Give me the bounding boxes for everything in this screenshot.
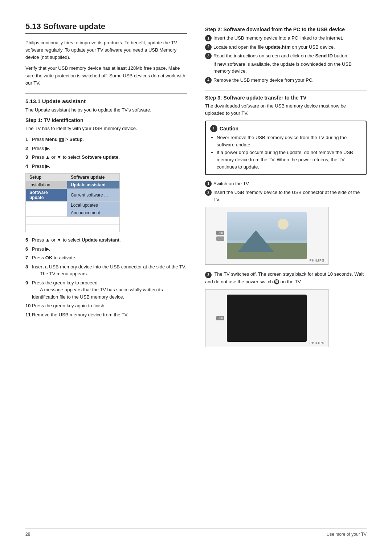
table-header-row: Setup Software update <box>26 174 120 181</box>
circle-num: 2 <box>205 189 212 196</box>
list-num: 2 <box>25 145 32 152</box>
table-row <box>26 224 120 232</box>
list-item: 3 Read the instructions on screen and cl… <box>205 52 367 75</box>
divider-1 <box>25 93 187 94</box>
table-cell: Local updates <box>67 202 119 209</box>
list-item: 4 Remove the USB memory device from your… <box>205 77 367 84</box>
table-cell: Software update <box>67 174 119 181</box>
philips-brand-label-2: PHILIPS <box>309 341 324 345</box>
list-num: 9 <box>25 279 32 287</box>
table-cell <box>67 224 119 232</box>
tv-image-1: USB ▶ PHILIPS <box>205 207 328 265</box>
section-title: 5.13 Software update <box>25 22 187 34</box>
list-num: 8 <box>25 263 32 271</box>
list-item: 4 Press ▶. <box>25 163 187 170</box>
list-item: 2 Insert the USB memory device to the US… <box>205 189 367 203</box>
list-item: 9 Press the green key to proceed. A mess… <box>25 279 187 301</box>
page-number: 28 <box>25 532 30 537</box>
scene-mountain <box>238 230 274 252</box>
step1-text: The TV has to identify with your USB mem… <box>25 125 187 132</box>
step2-list: 1 Insert the USB memory device into a PC… <box>205 35 367 84</box>
list-item: 3 Press ▲ or ▼ to select Software update… <box>25 154 187 161</box>
footer-text: Use more of your TV <box>327 532 367 537</box>
caution-title: ! Caution <box>210 125 362 132</box>
divider-right-2 <box>205 90 367 90</box>
step3-title: Step 3: Software update transfer to the … <box>205 95 367 101</box>
step1-list2: 5 Press ▲ or ▼ to select Update assistan… <box>25 236 187 318</box>
caution-icon: ! <box>210 125 217 132</box>
menu-table: Setup Software update Installation Updat… <box>25 173 120 232</box>
list-item: 1 Insert the USB memory device into a PC… <box>205 35 367 42</box>
step3-list: 1 Switch on the TV. 2 Insert the USB mem… <box>205 180 367 203</box>
divider-right-1 <box>205 22 367 22</box>
list-item: 2 Press ▶. <box>25 145 187 152</box>
table-cell: Installation <box>26 181 67 189</box>
table-cell <box>26 217 67 224</box>
table-cell: Announcement <box>67 209 119 217</box>
list-num: 3 <box>25 154 32 161</box>
circle-num: 2 <box>205 44 212 50</box>
list-num: 1 <box>25 136 32 143</box>
caution-list: Never remove the USB memory device from … <box>210 134 362 171</box>
step2-title: Step 2: Software download from the PC to… <box>205 27 367 32</box>
table-row: Announcement <box>26 209 120 217</box>
list-item: 11 Remove the USB memory device from the… <box>25 311 187 319</box>
sub-section-title: 5.13.1 Update assistant <box>25 98 187 104</box>
philips-brand-label: PHILIPS <box>309 259 324 262</box>
step1-title: Step 1: TV identification <box>25 117 187 123</box>
table-cell: Current software ... <box>67 189 119 202</box>
page: 5.13 Software update Philips continually… <box>0 0 392 555</box>
left-column: 5.13 Software update Philips continually… <box>25 22 187 353</box>
circle-num: 3 <box>205 53 212 59</box>
table-cell <box>67 217 119 224</box>
tv-screen <box>227 212 307 259</box>
list-item: 1 Switch on the TV. <box>205 180 367 187</box>
table-cell <box>26 224 67 232</box>
table-cell: Setup <box>26 174 67 181</box>
table-row: Installation Update assistant <box>26 181 120 189</box>
caution-item: Never remove the USB memory device from … <box>217 134 362 149</box>
sub-section-text: The Update assistant helps you to update… <box>25 106 187 114</box>
circle-num: 3 <box>205 272 212 278</box>
list-item: 10 Press the green key again to finish. <box>25 302 187 309</box>
table-row <box>26 217 120 224</box>
list-item: 7 Press OK to activate. <box>25 254 187 262</box>
circle-num: 1 <box>205 181 212 187</box>
page-footer: 28 Use more of your TV <box>25 528 367 537</box>
table-cell: Software update <box>26 189 67 202</box>
tv-image-2: USB PHILIPS <box>205 289 328 347</box>
list-item: 1 Press Menu ■ > Setup. <box>25 136 187 143</box>
list-item: 2 Locate and open the file update.htm on… <box>205 44 367 51</box>
list-num: 6 <box>25 246 32 253</box>
list-num: 4 <box>25 163 32 170</box>
right-column: Step 2: Software download from the PC to… <box>205 22 367 353</box>
step1-list: 1 Press Menu ■ > Setup. 2 Press ▶. 3 Pre… <box>25 136 187 170</box>
step3-text: The downloaded software on the USB memor… <box>205 102 367 117</box>
step3-note: 3 The TV switches off. The screen stays … <box>205 271 367 285</box>
caution-item: If a power drop occurs during the update… <box>217 149 362 171</box>
intro-1: Philips continually tries to improve its… <box>25 39 187 61</box>
table-cell <box>26 209 67 217</box>
list-num: 7 <box>25 254 32 262</box>
table-cell <box>26 202 67 209</box>
list-item: 8 Insert a USB memory device into the US… <box>25 263 187 278</box>
list-num: 10 <box>25 302 32 309</box>
list-item: 6 Press ▶. <box>25 246 187 253</box>
table-row: Software update Current software ... <box>26 189 120 202</box>
list-num: 5 <box>25 236 32 244</box>
usb-connector-illustration-2: USB <box>216 316 224 320</box>
list-num: 11 <box>25 311 32 319</box>
sub-text: A message appears that the TV has succes… <box>32 287 163 300</box>
tv-screen-dark <box>227 295 307 342</box>
list-item: 5 Press ▲ or ▼ to select Update assistan… <box>25 236 187 244</box>
sub-text: The TV menu appears. <box>40 271 88 276</box>
circle-num: 4 <box>205 77 212 84</box>
caution-box: ! Caution Never remove the USB memory de… <box>205 121 367 175</box>
usb-connector-illustration: USB <box>216 231 224 241</box>
table-row: Local updates <box>26 202 120 209</box>
intro-2: Verify that your USB memory device has a… <box>25 65 187 86</box>
circle-num: 1 <box>205 35 212 41</box>
table-cell: Update assistant <box>67 181 119 189</box>
